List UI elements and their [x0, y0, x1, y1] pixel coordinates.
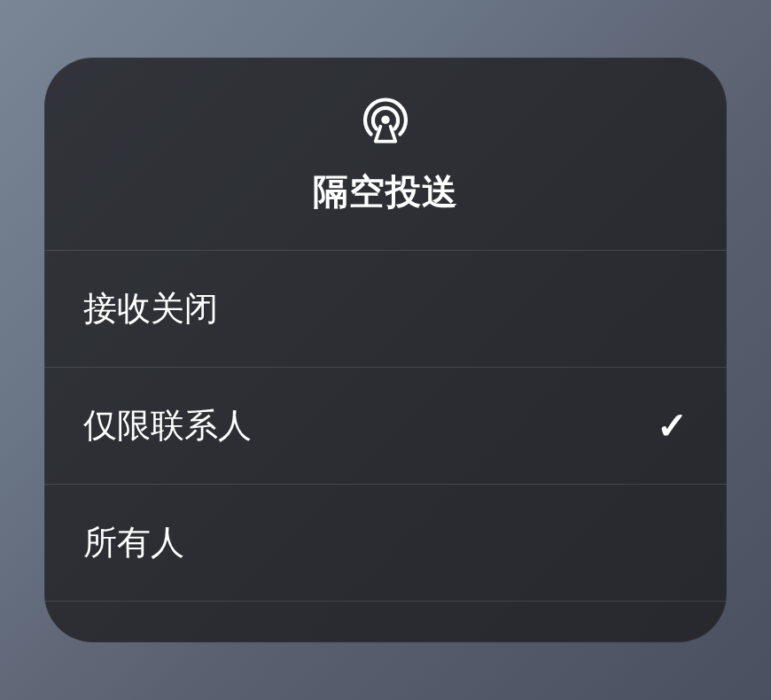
airdrop-title: 隔空投送	[313, 167, 458, 216]
airdrop-header: 隔空投送	[44, 58, 727, 251]
option-label: 接收关闭	[83, 286, 218, 331]
svg-point-0	[381, 115, 389, 123]
airdrop-icon	[359, 95, 412, 148]
option-label: 仅限联系人	[83, 403, 252, 448]
option-contacts-only[interactable]: 仅限联系人 ✓	[44, 368, 727, 485]
airdrop-panel: 隔空投送 接收关闭 ✓ 仅限联系人 ✓ 所有人 ✓	[44, 58, 727, 642]
airdrop-options: 接收关闭 ✓ 仅限联系人 ✓ 所有人 ✓	[44, 251, 727, 602]
option-receiving-off[interactable]: 接收关闭 ✓	[44, 251, 727, 368]
option-everyone[interactable]: 所有人 ✓	[44, 485, 727, 602]
option-label: 所有人	[83, 520, 184, 565]
checkmark-icon: ✓	[657, 404, 688, 447]
